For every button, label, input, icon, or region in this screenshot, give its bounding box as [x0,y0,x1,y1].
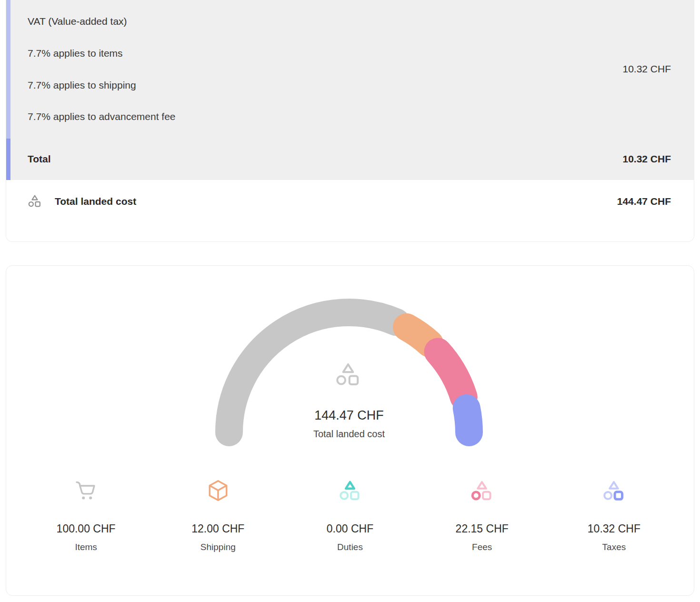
legend-label: Duties [284,542,416,552]
gauge-center-label: Total landed cost [206,428,492,440]
shapes-triangle-icon [284,478,416,503]
vat-detail-line: 7.7% applies to advancement fee [28,111,176,122]
landed-cost-chart-card: 144.47 CHF Total landed cost 100.00 CHF … [6,265,694,596]
landed-cost-label: Total landed cost [55,196,136,207]
gauge-segment-fees [438,352,464,397]
cost-breakdown-card: VAT (Value-added tax) 7.7% applies to it… [6,0,694,242]
legend-label: Items [20,542,152,552]
legend-label: Shipping [152,542,284,552]
landed-cost-shapes-icon [28,194,42,208]
landed-cost-amount: 144.47 CHF [617,196,671,207]
chart-legend: 100.00 CHF Items 12.00 CHF Shipping [20,478,680,552]
legend-label: Fees [416,542,548,552]
vat-amount: 10.32 CHF [622,63,671,75]
total-landed-cost-row[interactable]: Total landed cost 144.47 CHF [6,180,694,241]
vat-section-title: VAT (Value-added tax) [28,16,127,27]
legend-item-taxes: 10.32 CHF Taxes [548,478,680,552]
shapes-square-icon [548,478,680,503]
tax-total-amount: 10.32 CHF [622,153,671,165]
legend-amount: 0.00 CHF [284,522,416,535]
vat-detail-line: 7.7% applies to items [28,48,123,59]
legend-amount: 22.15 CHF [416,522,548,535]
cart-icon [20,478,152,503]
legend-item-duties: 0.00 CHF Duties [284,478,416,552]
gauge-center-value: 144.47 CHF [206,408,492,423]
legend-amount: 100.00 CHF [20,522,152,535]
accent-bar-light [6,0,10,139]
legend-label: Taxes [548,542,680,552]
gauge-segment-shipping [407,327,430,344]
vat-detail-line: 7.7% applies to shipping [28,80,136,91]
legend-item-fees: 22.15 CHF Fees [416,478,548,552]
shapes-circle-icon [416,478,548,503]
tax-total-label: Total [28,153,51,165]
legend-amount: 10.32 CHF [548,522,680,535]
legend-item-shipping: 12.00 CHF Shipping [152,478,284,552]
accent-bar-dark [6,139,10,180]
vat-tax-section[interactable]: VAT (Value-added tax) 7.7% applies to it… [6,0,694,180]
legend-amount: 12.00 CHF [152,522,284,535]
package-icon [152,478,284,503]
landed-cost-shapes-icon [335,362,361,387]
tax-total-row: Total 10.32 CHF [28,138,671,180]
legend-item-items: 100.00 CHF Items [20,478,152,552]
section-accent-bar [6,0,10,180]
